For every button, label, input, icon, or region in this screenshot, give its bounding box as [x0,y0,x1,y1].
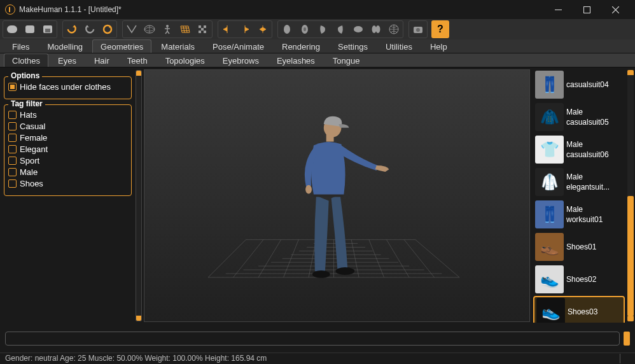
maximize-button[interactable] [573,0,601,19]
tag-row[interactable]: Hats [8,110,127,120]
tag-row[interactable]: Female [8,133,127,143]
tag-row[interactable]: Shoes [8,179,127,188]
subtab-topologies[interactable]: Topologies [157,53,213,67]
toolbar: ? Help [0,19,635,39]
file-open-icon[interactable] [21,21,39,38]
picker-item[interactable]: 🧥Malecasualsuit05 [533,101,625,133]
left-panel: Options Hide faces under clothes Tag fil… [0,67,136,324]
pose-icon[interactable] [158,21,176,38]
options-title: Options [8,71,42,80]
svg-rect-4 [45,29,50,32]
thumb-icon: 👟 [535,265,564,293]
svg-rect-2 [25,25,34,33]
picker-item-selected[interactable]: 👟Shoes03 [533,296,625,323]
picker-item[interactable]: 👞Shoes01 [533,231,625,263]
picker-item[interactable]: 👖Maleworksuit01 [533,199,625,230]
tab-files[interactable]: Files [4,39,38,53]
svg-rect-12 [204,31,206,33]
svg-rect-9 [204,25,206,28]
tab-geometries[interactable]: Geometries [92,39,151,53]
view-back-icon[interactable] [296,21,314,38]
checkbox-icon[interactable] [8,157,17,165]
right-scrollbar[interactable] [627,70,634,321]
subtab-tongue[interactable]: Tongue [324,53,368,67]
option-label: Hide faces under clothes [20,82,111,92]
picker-item[interactable]: 👖casualsuit04 [533,69,625,101]
tab-settings[interactable]: Settings [330,39,376,53]
tab-utilities[interactable]: Utilities [377,39,421,53]
viewport-3d[interactable] [144,69,530,322]
checkbox-icon[interactable] [8,134,17,142]
option-row[interactable]: Hide faces under clothes [8,82,127,92]
view-left-icon[interactable] [331,21,349,38]
svg-point-15 [304,27,306,31]
checkbox-icon[interactable] [8,179,17,188]
sym-both-icon[interactable] [254,21,272,38]
human-model-preview [144,70,529,321]
svg-rect-11 [199,31,201,33]
tag-row[interactable]: Casual [8,122,127,131]
search-input[interactable] [5,332,620,346]
svg-point-17 [372,25,377,33]
view-top-icon[interactable] [349,21,367,38]
help-button[interactable]: ? Help [431,20,449,38]
picker-item[interactable]: 👟Shoes02 [533,263,625,295]
checkbox-icon[interactable] [8,168,17,176]
wireframe-icon[interactable] [141,21,158,38]
grid-icon[interactable] [176,21,194,38]
reset-icon[interactable] [99,21,116,38]
picker-item[interactable]: 🥼Maleelegantsuit... [533,166,625,198]
tab-rendering[interactable]: Rendering [274,39,328,53]
bottom-scrollbar[interactable] [624,332,630,346]
thumb-icon: 👕 [535,136,564,164]
view-bottom-icon[interactable] [367,21,385,38]
thumb-icon: 👞 [535,233,564,261]
tag-row[interactable]: Sport [8,156,127,165]
subtab-eyelashes[interactable]: Eyelashes [269,53,323,67]
minimize-button[interactable] [544,0,573,19]
view-front-icon[interactable] [278,21,296,38]
tab-modelling[interactable]: Modelling [39,39,91,53]
tab-help[interactable]: Help [422,39,456,53]
svg-point-25 [305,185,312,194]
checker-icon[interactable] [194,21,212,38]
options-panel: Options Hide faces under clothes [4,76,132,99]
tab-materials[interactable]: Materials [153,39,203,53]
subtab-eyebrows[interactable]: Eyebrows [214,53,267,67]
redo-icon[interactable] [81,21,99,38]
subtab-clothes[interactable]: Clothes [4,53,48,67]
checkbox-icon[interactable] [8,122,17,130]
sym-right-icon[interactable] [236,21,254,38]
checkbox-icon[interactable] [8,145,17,153]
scrollbar-thumb[interactable] [627,196,634,317]
svg-point-7 [166,25,169,27]
tab-pose-animate[interactable]: Pose/Animate [204,39,272,53]
view-global-icon[interactable] [385,21,403,38]
subtab-teeth[interactable]: Teeth [119,53,156,67]
subtab-hair[interactable]: Hair [86,53,118,67]
checkbox-icon[interactable] [8,111,17,119]
svg-point-22 [312,270,330,278]
svg-rect-0 [584,6,590,13]
checkbox-icon[interactable] [8,83,17,91]
subtab-eyes[interactable]: Eyes [50,53,85,67]
smooth-icon[interactable] [123,21,141,38]
left-scrollbar[interactable] [136,70,142,321]
picker-item[interactable]: 👕Malecasualsuit06 [533,134,625,165]
camera-icon[interactable] [409,21,427,38]
tag-row[interactable]: Male [8,167,127,177]
svg-point-18 [376,25,380,33]
app-logo-icon [5,4,15,15]
main-tabs: Files Modelling Geometries Materials Pos… [0,39,635,53]
file-save-icon[interactable] [39,21,57,38]
status-text: Gender: neutral Age: 25 Muscle: 50.00% W… [5,354,267,363]
status-right [620,354,630,363]
tag-row[interactable]: Elegant [8,144,127,154]
sym-left-icon[interactable] [218,21,236,38]
close-button[interactable] [601,0,630,19]
status-bar: Gender: neutral Age: 25 Muscle: 50.00% W… [0,353,635,364]
view-right-icon[interactable] [314,21,331,38]
tag-filter-panel: Tag filter Hats Casual Female Elegant Sp… [4,104,132,196]
undo-icon[interactable] [63,21,81,38]
file-new-icon[interactable] [3,21,21,38]
